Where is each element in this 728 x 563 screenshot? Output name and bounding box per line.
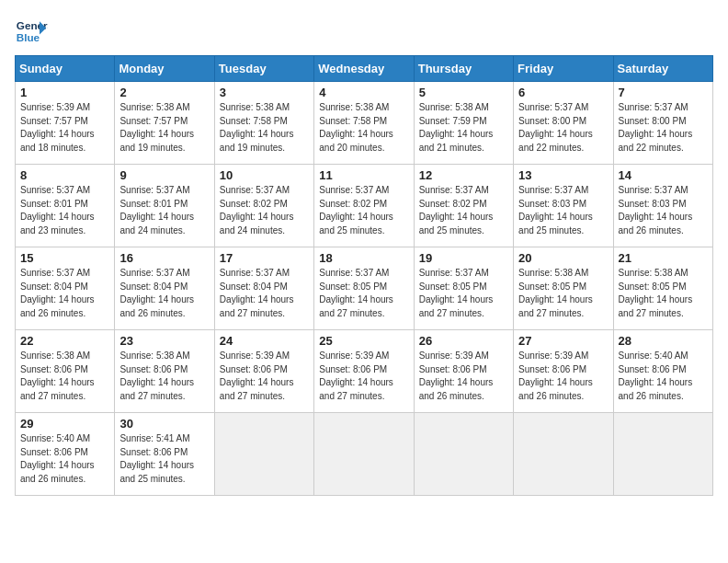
calendar-cell: 22 Sunrise: 5:38 AMSunset: 8:06 PMDaylig… [16,330,115,413]
calendar-cell: 15 Sunrise: 5:37 AMSunset: 8:04 PMDaylig… [16,247,115,330]
logo-icon: General Blue [15,15,48,48]
day-header-saturday: Saturday [613,56,712,82]
day-number: 14 [619,168,708,182]
day-info: Sunrise: 5:37 AMSunset: 8:05 PMDaylight:… [319,267,408,320]
day-number: 19 [419,251,508,265]
day-info: Sunrise: 5:37 AMSunset: 8:04 PMDaylight:… [119,267,209,320]
day-number: 15 [20,251,109,265]
day-number: 11 [319,168,408,182]
day-info: Sunrise: 5:39 AMSunset: 8:06 PMDaylight:… [220,350,309,403]
day-header-wednesday: Wednesday [314,56,414,82]
day-header-thursday: Thursday [414,56,513,82]
svg-text:Blue: Blue [17,31,40,43]
day-info: Sunrise: 5:37 AMSunset: 8:03 PMDaylight:… [518,184,608,237]
day-number: 30 [119,417,209,431]
day-info: Sunrise: 5:39 AMSunset: 8:06 PMDaylight:… [319,350,408,403]
day-number: 3 [220,86,309,99]
day-number: 28 [619,334,708,348]
day-number: 21 [619,251,708,265]
day-info: Sunrise: 5:38 AMSunset: 7:59 PMDaylight:… [419,101,508,155]
calendar-week-5: 29 Sunrise: 5:40 AMSunset: 8:06 PMDaylig… [16,413,713,496]
day-number: 17 [220,251,309,265]
day-number: 13 [518,168,608,182]
calendar-week-4: 22 Sunrise: 5:38 AMSunset: 8:06 PMDaylig… [16,330,713,413]
calendar-cell: 23 Sunrise: 5:38 AMSunset: 8:06 PMDaylig… [115,330,214,413]
day-number: 24 [220,334,309,348]
calendar-cell: 29 Sunrise: 5:40 AMSunset: 8:06 PMDaylig… [16,413,115,496]
day-info: Sunrise: 5:38 AMSunset: 8:05 PMDaylight:… [619,267,708,320]
calendar-cell: 26 Sunrise: 5:39 AMSunset: 8:06 PMDaylig… [414,330,513,413]
day-number: 29 [20,417,109,431]
day-number: 22 [20,334,109,348]
day-number: 6 [518,86,608,99]
calendar-cell: 27 Sunrise: 5:39 AMSunset: 8:06 PMDaylig… [514,330,613,413]
day-info: Sunrise: 5:39 AMSunset: 8:06 PMDaylight:… [518,350,608,403]
calendar-cell: 28 Sunrise: 5:40 AMSunset: 8:06 PMDaylig… [613,330,712,413]
calendar-cell [214,413,313,496]
calendar-header-row: SundayMondayTuesdayWednesdayThursdayFrid… [16,56,713,82]
calendar-cell: 9 Sunrise: 5:37 AMSunset: 8:01 PMDayligh… [115,165,214,247]
calendar-cell: 18 Sunrise: 5:37 AMSunset: 8:05 PMDaylig… [314,247,414,330]
calendar-cell: 13 Sunrise: 5:37 AMSunset: 8:03 PMDaylig… [514,165,613,247]
logo: General Blue [15,15,48,48]
day-info: Sunrise: 5:38 AMSunset: 8:05 PMDaylight:… [518,267,608,320]
day-info: Sunrise: 5:38 AMSunset: 7:58 PMDaylight:… [319,101,408,155]
day-number: 16 [119,251,209,265]
day-info: Sunrise: 5:38 AMSunset: 8:06 PMDaylight:… [20,350,109,403]
calendar-cell [314,413,414,496]
calendar-body: 1 Sunrise: 5:39 AMSunset: 7:57 PMDayligh… [16,82,713,496]
day-info: Sunrise: 5:37 AMSunset: 8:02 PMDaylight:… [220,184,309,237]
calendar-cell [613,413,712,496]
day-header-tuesday: Tuesday [214,56,313,82]
day-header-monday: Monday [115,56,214,82]
calendar-cell: 17 Sunrise: 5:37 AMSunset: 8:04 PMDaylig… [214,247,313,330]
day-number: 1 [20,86,109,99]
day-number: 26 [419,334,508,348]
day-info: Sunrise: 5:38 AMSunset: 8:06 PMDaylight:… [119,350,209,403]
day-number: 5 [419,86,508,99]
day-info: Sunrise: 5:38 AMSunset: 7:58 PMDaylight:… [220,101,309,155]
calendar-cell: 7 Sunrise: 5:37 AMSunset: 8:00 PMDayligh… [613,82,712,165]
day-info: Sunrise: 5:37 AMSunset: 8:00 PMDaylight:… [518,101,608,155]
day-info: Sunrise: 5:37 AMSunset: 8:01 PMDaylight:… [119,184,209,237]
day-number: 4 [319,86,408,99]
calendar-cell: 24 Sunrise: 5:39 AMSunset: 8:06 PMDaylig… [214,330,313,413]
day-number: 12 [419,168,508,182]
calendar-week-3: 15 Sunrise: 5:37 AMSunset: 8:04 PMDaylig… [16,247,713,330]
day-number: 2 [119,86,209,99]
calendar-cell: 14 Sunrise: 5:37 AMSunset: 8:03 PMDaylig… [613,165,712,247]
day-info: Sunrise: 5:37 AMSunset: 8:01 PMDaylight:… [20,184,109,237]
calendar-cell: 2 Sunrise: 5:38 AMSunset: 7:57 PMDayligh… [115,82,214,165]
calendar-cell: 25 Sunrise: 5:39 AMSunset: 8:06 PMDaylig… [314,330,414,413]
calendar-cell: 20 Sunrise: 5:38 AMSunset: 8:05 PMDaylig… [514,247,613,330]
day-info: Sunrise: 5:37 AMSunset: 8:02 PMDaylight:… [419,184,508,237]
day-number: 18 [319,251,408,265]
calendar-cell [514,413,613,496]
calendar-cell: 3 Sunrise: 5:38 AMSunset: 7:58 PMDayligh… [214,82,313,165]
day-info: Sunrise: 5:37 AMSunset: 8:00 PMDaylight:… [619,101,708,155]
calendar-cell: 16 Sunrise: 5:37 AMSunset: 8:04 PMDaylig… [115,247,214,330]
calendar-cell: 6 Sunrise: 5:37 AMSunset: 8:00 PMDayligh… [514,82,613,165]
day-number: 10 [220,168,309,182]
day-header-sunday: Sunday [16,56,115,82]
calendar-cell [414,413,513,496]
day-number: 8 [20,168,109,182]
day-info: Sunrise: 5:37 AMSunset: 8:04 PMDaylight:… [20,267,109,320]
calendar-week-2: 8 Sunrise: 5:37 AMSunset: 8:01 PMDayligh… [16,165,713,247]
day-info: Sunrise: 5:40 AMSunset: 8:06 PMDaylight:… [619,350,708,403]
calendar-table: SundayMondayTuesdayWednesdayThursdayFrid… [15,55,713,496]
day-number: 20 [518,251,608,265]
calendar-cell: 5 Sunrise: 5:38 AMSunset: 7:59 PMDayligh… [414,82,513,165]
calendar-cell: 4 Sunrise: 5:38 AMSunset: 7:58 PMDayligh… [314,82,414,165]
day-number: 9 [119,168,209,182]
day-info: Sunrise: 5:39 AMSunset: 8:06 PMDaylight:… [419,350,508,403]
calendar-cell: 12 Sunrise: 5:37 AMSunset: 8:02 PMDaylig… [414,165,513,247]
day-info: Sunrise: 5:40 AMSunset: 8:06 PMDaylight:… [20,432,109,486]
calendar-cell: 10 Sunrise: 5:37 AMSunset: 8:02 PMDaylig… [214,165,313,247]
day-info: Sunrise: 5:41 AMSunset: 8:06 PMDaylight:… [119,432,209,486]
day-info: Sunrise: 5:37 AMSunset: 8:03 PMDaylight:… [619,184,708,237]
calendar-cell: 30 Sunrise: 5:41 AMSunset: 8:06 PMDaylig… [115,413,214,496]
day-number: 25 [319,334,408,348]
calendar-cell: 19 Sunrise: 5:37 AMSunset: 8:05 PMDaylig… [414,247,513,330]
day-header-friday: Friday [514,56,613,82]
